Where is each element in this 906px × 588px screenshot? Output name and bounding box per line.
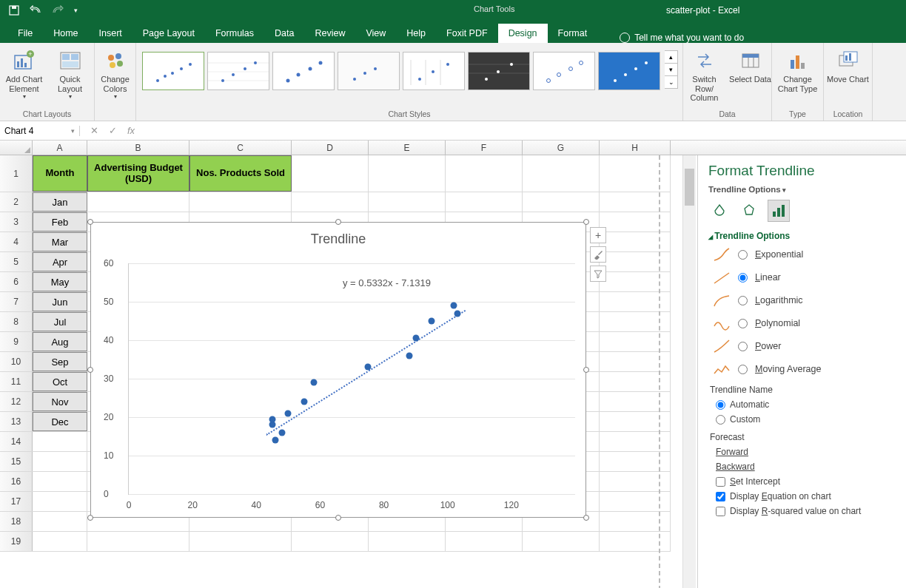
cell-month[interactable]: May [33, 272, 87, 291]
qat-customize-icon[interactable]: ▾ [74, 7, 78, 14]
display-r2-checkbox[interactable]: Display R-squared value on chart [716, 506, 896, 516]
data-point[interactable] [406, 352, 413, 359]
row-head[interactable]: 10 [0, 352, 33, 371]
trendline-type-exponential[interactable]: Exponential [713, 247, 896, 262]
fx-icon[interactable]: fx [127, 125, 135, 136]
select-all-button[interactable] [0, 141, 33, 155]
cell-month[interactable]: Feb [33, 212, 87, 232]
quick-layout-button[interactable]: Quick Layout▾ [49, 46, 92, 100]
change-colors-button[interactable]: Change Colors▾ [98, 46, 133, 100]
data-point[interactable] [272, 437, 279, 444]
row-head[interactable]: 14 [0, 432, 33, 451]
data-point[interactable] [301, 399, 307, 405]
chart-style-7[interactable] [533, 52, 595, 90]
col-H[interactable]: H [600, 141, 671, 155]
row-head[interactable]: 3 [0, 212, 33, 232]
cell[interactable] [87, 532, 189, 551]
resize-handle[interactable] [87, 367, 93, 373]
chart-title[interactable]: Trendline [91, 223, 585, 247]
section-trendline-options[interactable]: Trendline Options [708, 231, 896, 241]
tab-data[interactable]: Data [264, 24, 304, 43]
cell[interactable] [292, 155, 369, 192]
row-head[interactable]: 15 [0, 452, 33, 471]
data-point[interactable] [269, 416, 275, 422]
col-G[interactable]: G [523, 141, 600, 155]
row-head[interactable]: 9 [0, 332, 33, 351]
plot-area[interactable]: 0102030405060020406080100120 [128, 263, 575, 495]
col-F[interactable]: F [446, 141, 523, 155]
col-D[interactable]: D [292, 141, 369, 155]
tab-foxit[interactable]: Foxit PDF [436, 24, 498, 43]
cell[interactable] [33, 472, 87, 491]
col-E[interactable]: E [369, 141, 446, 155]
cell[interactable] [446, 155, 523, 192]
row-head[interactable]: 16 [0, 472, 33, 491]
cell-month[interactable]: Oct [33, 372, 87, 391]
trendline-type-logarithmic[interactable]: Logarithmic [713, 293, 896, 308]
redo-icon[interactable] [52, 5, 64, 16]
tab-home[interactable]: Home [43, 24, 88, 43]
embedded-chart[interactable]: Trendline y = 0.5332x - 7.1319 010203040… [90, 222, 586, 518]
header-sold[interactable]: Nos. Products Sold [189, 155, 292, 192]
chart-style-8[interactable] [598, 52, 660, 90]
cancel-icon[interactable]: ✕ [90, 125, 98, 136]
trendline-type-moving-average[interactable]: Moving Average [713, 362, 896, 376]
data-point[interactable] [412, 335, 419, 342]
pane-subhead[interactable]: Trendline Options [708, 185, 896, 194]
vertical-scrollbar[interactable] [682, 155, 696, 588]
cell[interactable] [446, 532, 523, 551]
cell[interactable] [446, 192, 523, 212]
row-head[interactable]: 2 [0, 192, 33, 212]
data-point[interactable] [285, 410, 292, 416]
resize-handle[interactable] [87, 219, 93, 225]
data-point[interactable] [429, 318, 435, 325]
cell[interactable] [33, 452, 87, 471]
resize-handle[interactable] [87, 515, 93, 521]
display-equation-checkbox[interactable]: Display Equation on chart [716, 491, 896, 501]
undo-icon[interactable] [30, 5, 41, 16]
row-head[interactable]: 11 [0, 372, 33, 391]
tab-file[interactable]: File [7, 24, 43, 43]
data-point[interactable] [365, 364, 372, 371]
cell-month[interactable]: Jan [33, 192, 87, 212]
header-budget[interactable]: Advertising Budget (USD) [87, 155, 189, 192]
cell-month[interactable]: Nov [33, 392, 87, 411]
cell[interactable] [189, 192, 292, 212]
data-point[interactable] [310, 379, 317, 386]
tab-help[interactable]: Help [396, 24, 436, 43]
gallery-down-icon[interactable]: ▾ [665, 64, 677, 76]
cell-month[interactable]: Sep [33, 352, 87, 371]
resize-handle[interactable] [335, 219, 341, 225]
enter-icon[interactable]: ✓ [109, 125, 117, 136]
cell[interactable] [33, 532, 87, 551]
cell-month[interactable]: Aug [33, 332, 87, 351]
tab-format[interactable]: Format [548, 24, 598, 43]
change-chart-type-button[interactable]: Change Chart Type [776, 46, 819, 93]
set-intercept-checkbox[interactable]: Set Intercept [716, 476, 896, 487]
forecast-forward[interactable]: Forward [716, 447, 896, 457]
row-head[interactable]: 4 [0, 232, 33, 251]
col-A[interactable]: A [33, 141, 87, 155]
data-point[interactable] [454, 310, 460, 317]
row-head[interactable]: 8 [0, 312, 33, 331]
tab-page-layout[interactable]: Page Layout [132, 24, 205, 43]
cell[interactable] [292, 532, 369, 551]
trendline-type-polynomial[interactable]: Polynomial [713, 316, 896, 331]
chart-style-6[interactable] [468, 52, 530, 90]
tell-me[interactable]: Tell me what you want to do [620, 33, 744, 43]
chart-plus-button[interactable]: + [590, 227, 606, 243]
trendline-type-power[interactable]: Power [713, 339, 896, 354]
tab-insert[interactable]: Insert [89, 24, 132, 43]
name-box-dropdown-icon[interactable]: ▾ [71, 127, 75, 135]
cell[interactable] [189, 532, 292, 551]
effects-tab-icon[interactable] [738, 200, 760, 222]
chart-style-1[interactable] [142, 52, 204, 90]
tab-design[interactable]: Design [498, 24, 548, 43]
data-point[interactable] [269, 422, 275, 428]
gallery-up-icon[interactable]: ▴ [665, 51, 677, 64]
gallery-more-icon[interactable]: ⌄ [665, 76, 677, 88]
row-head[interactable]: 6 [0, 272, 33, 291]
tab-review[interactable]: Review [304, 24, 355, 43]
cell[interactable] [292, 192, 369, 212]
cell-month[interactable]: Dec [33, 412, 87, 431]
